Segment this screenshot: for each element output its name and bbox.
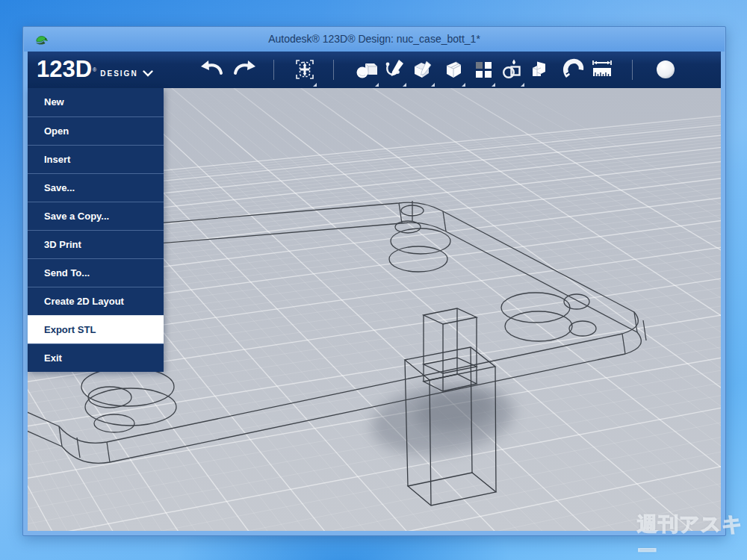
material-sphere-icon <box>653 57 678 82</box>
combine-shapes-icon <box>500 57 525 82</box>
sketch-button[interactable] <box>382 57 407 82</box>
stacked-blocks-icon <box>526 57 551 82</box>
grouping-button[interactable] <box>526 57 551 82</box>
menu-item-save[interactable]: Save... <box>28 173 164 202</box>
toolbar-divider <box>273 60 274 80</box>
menu-item-3d-print[interactable]: 3D Print <box>28 230 164 258</box>
undo-arrow-icon <box>199 57 225 82</box>
titlebar[interactable]: Autodesk® 123D® Design: nuc_case_bott_1* <box>24 27 725 52</box>
construct-button[interactable] <box>410 57 436 82</box>
toolbar-divider <box>333 60 334 80</box>
pattern-button[interactable] <box>471 57 496 82</box>
chevron-down-icon <box>143 70 153 77</box>
snap-button[interactable] <box>561 57 586 82</box>
undo-button[interactable] <box>199 57 225 82</box>
magnet-icon <box>561 57 586 82</box>
brand-design-label: DESIGN <box>100 69 137 78</box>
measure-button[interactable] <box>589 57 615 82</box>
gecko-app-icon <box>34 33 49 45</box>
menu-item-export-stl[interactable]: Export STL <box>28 315 164 343</box>
menu-item-insert[interactable]: Insert <box>28 145 164 173</box>
brand-text: 123D <box>37 55 92 84</box>
brand-logo[interactable]: 123D® DESIGN <box>37 55 153 84</box>
menu-item-send-to[interactable]: Send To... <box>28 258 164 287</box>
transform-button[interactable] <box>292 57 317 82</box>
material-button[interactable] <box>653 57 678 82</box>
redo-button[interactable] <box>232 57 257 82</box>
navbar: 123D® DESIGN <box>28 52 721 88</box>
primitives-shapes-icon <box>354 57 379 82</box>
transform-move-icon <box>292 57 317 82</box>
menu-item-save-a-copy[interactable]: Save a Copy... <box>28 202 164 230</box>
construct-cube-pen-icon <box>410 57 436 82</box>
menu-item-open[interactable]: Open <box>28 116 164 145</box>
pattern-grid-icon <box>471 57 496 82</box>
ruler-icon <box>589 57 615 82</box>
menu-item-new[interactable]: New <box>28 88 164 116</box>
toolbar-divider <box>632 60 633 80</box>
file-menu: New Open Insert Save... Save a Copy... 3… <box>28 88 164 372</box>
app-window: Autodesk® 123D® Design: nuc_case_bott_1*… <box>22 26 726 536</box>
sketch-pen-icon <box>382 57 407 82</box>
primitives-button[interactable] <box>354 57 379 82</box>
menu-item-create-2d-layout[interactable]: Create 2D Layout <box>28 287 164 315</box>
redo-arrow-icon <box>232 57 257 82</box>
modify-cube-icon <box>441 57 466 82</box>
window-title: Autodesk® 123D® Design: nuc_case_bott_1* <box>268 33 480 45</box>
watermark: 週刊アスキー <box>637 511 747 560</box>
combine-button[interactable] <box>500 57 525 82</box>
modify-button[interactable] <box>441 57 466 82</box>
menu-item-exit[interactable]: Exit <box>28 343 164 372</box>
brand-registered-mark: ® <box>93 67 96 72</box>
desktop-background: Autodesk® 123D® Design: nuc_case_bott_1*… <box>0 0 747 560</box>
